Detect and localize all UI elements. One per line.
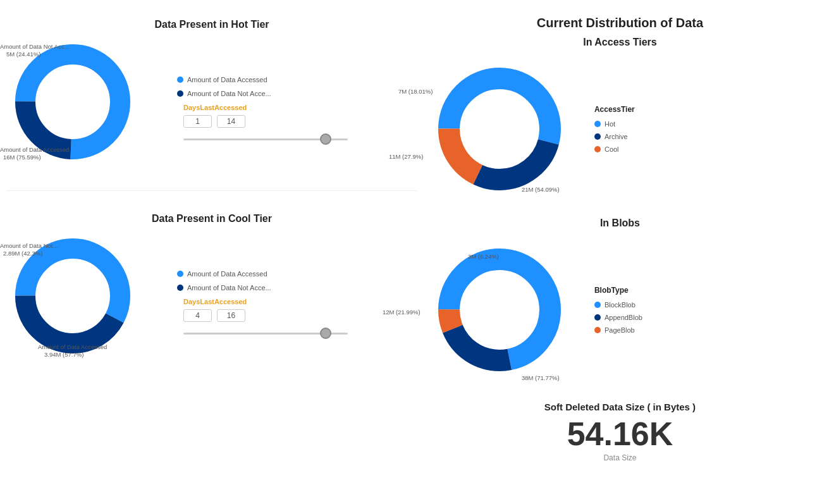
blobs-legend-title: BlobType [594,286,642,295]
access-tiers-text-hot: Hot [605,120,615,128]
hot-tier-row: Amount of Data Not Acc...5M (24.41%) Amo… [6,35,417,175]
hot-tier-slider-max[interactable]: 14 [217,115,245,128]
soft-deleted-title: Soft Deleted Data Size ( in Bytes ) [430,402,810,412]
blobs-text-appendblob: AppendBlob [605,314,642,321]
soft-deleted-value: 54.16K [430,417,810,450]
access-tiers-legend-title: AccessTier [594,105,635,114]
cool-tier-slider-track [183,333,348,335]
cool-tier-title: Data Present in Cool Tier [6,213,417,224]
hot-tier-section: Data Present in Hot Tier [6,13,417,181]
hot-tier-legend: Amount of Data Accessed Amount of Data N… [177,76,348,97]
left-divider [6,190,417,191]
main-container: Data Present in Hot Tier [0,0,829,504]
access-tiers-label-archive: 11M (27.9%) [389,153,423,160]
access-tiers-dot-archive [594,133,601,140]
cool-legend-dot-notaccessed [177,285,183,291]
blobs-text-blockblob: BlockBlob [605,301,636,309]
blobs-donut-wrapper: 3M (6.24%) 12M (21.99%) 38M (71.77%) [424,234,588,386]
cool-legend-dot-accessed [177,271,183,277]
blobs-title: In Blobs [424,218,816,229]
hot-tier-slider-section: DaysLastAccessed 1 14 [183,104,348,147]
blobs-label-appendblob: 12M (21.99%) [383,309,421,316]
hot-legend-dot-notaccessed [177,90,183,97]
access-tiers-donut [424,53,575,205]
access-tiers-text-archive: Archive [605,133,628,140]
hot-tier-slider-track [183,138,348,140]
blobs-label-blockblob: 38M (71.77%) [522,374,560,381]
cool-tier-legend: Amount of Data Accessed Amount of Data N… [177,270,348,292]
hot-tier-label-accessed: Amount of Data Accessed16M (75.59%) [0,146,69,162]
cool-legend-text-accessed: Amount of Data Accessed [187,270,267,278]
hot-tier-slider-inputs: 1 14 [183,115,348,128]
access-tiers-legend-hot: Hot [594,120,635,128]
blobs-row: 3M (6.24%) 12M (21.99%) 38M (71.77%) Blo… [424,234,816,386]
cool-tier-slider-min[interactable]: 4 [183,309,212,322]
blobs-section: In Blobs 3M (6.24%) 12M (21.99%) 38M (71… [417,214,823,389]
cool-tier-slider-thumb[interactable] [320,328,331,339]
hot-legend-text-accessed: Amount of Data Accessed [187,76,267,83]
blobs-dot-appendblob [594,314,601,321]
hot-tier-legend-accessed: Amount of Data Accessed [177,76,348,83]
cool-tier-label-accessed: Amount of Data Accessed3.94M (57.7%) [38,343,107,359]
access-tiers-dot-cool [594,146,601,152]
cool-tier-slider-label: DaysLastAccessed [183,298,348,305]
soft-deleted-sub: Data Size [430,453,810,462]
blobs-dot-blockblob [594,302,601,308]
hot-tier-slider-track-wrapper[interactable] [183,132,348,147]
cool-tier-section: Data Present in Cool Tier Amount of Data… [6,207,417,375]
left-panel: Data Present in Hot Tier [6,13,417,491]
blobs-donut [424,234,575,386]
access-tiers-dot-hot [594,121,601,127]
right-main-title: Current Distribution of Data [417,16,823,30]
blobs-text-pageblob: PageBlob [605,326,635,334]
access-tiers-legend-cool: Cool [594,145,635,153]
blobs-legend: BlobType BlockBlob AppendBlob PageBlob [594,286,642,334]
access-tiers-legend: AccessTier Hot Archive Cool [594,105,635,153]
cool-tier-legend-notaccessed: Amount of Data Not Acce... [177,284,348,292]
cool-tier-donut-wrapper: Amount of Data Not...2.89M (42.3%) Amoun… [6,230,145,369]
hot-tier-right: Amount of Data Accessed Amount of Data N… [164,76,348,147]
access-tiers-label-cool: 7M (18.01%) [398,88,433,95]
hot-tier-legend-notaccessed: Amount of Data Not Acce... [177,90,348,97]
hot-tier-title: Data Present in Hot Tier [6,19,417,30]
access-tiers-row: 7M (18.01%) 11M (27.9%) 21M (54.09%) Acc… [424,53,816,205]
cool-tier-slider-track-wrapper[interactable] [183,326,348,341]
hot-tier-donut-wrapper: Amount of Data Not Acc...5M (24.41%) Amo… [6,35,145,175]
hot-legend-dot-accessed [177,77,183,83]
blobs-label-pageblob: 3M (6.24%) [468,253,499,260]
cool-tier-legend-accessed: Amount of Data Accessed [177,270,348,278]
hot-tier-slider-min[interactable]: 1 [183,115,212,128]
hot-tier-label-notaccessed: Amount of Data Not Acc...5M (24.41%) [0,43,69,59]
hot-tier-slider-label: DaysLastAccessed [183,104,348,111]
access-tiers-label-hot: 21M (54.09%) [522,186,560,193]
access-tiers-title: In Access Tiers [424,37,816,48]
cool-tier-slider-inputs: 4 16 [183,309,348,322]
cool-tier-right: Amount of Data Accessed Amount of Data N… [164,270,348,341]
access-tiers-legend-archive: Archive [594,133,635,140]
right-panel: Current Distribution of Data In Access T… [417,13,823,491]
blobs-legend-pageblob: PageBlob [594,326,642,334]
cool-tier-label-notaccessed: Amount of Data Not...2.89M (42.3%) [0,242,58,258]
access-tiers-text-cool: Cool [605,145,619,153]
hot-legend-text-notaccessed: Amount of Data Not Acce... [187,90,271,97]
access-tiers-section: In Access Tiers 7M (18.01%) 11M (27.9%) … [417,34,823,208]
blobs-dot-pageblob [594,327,601,333]
cool-tier-row: Amount of Data Not...2.89M (42.3%) Amoun… [6,230,417,369]
soft-deleted-section: Soft Deleted Data Size ( in Bytes ) 54.1… [417,389,823,475]
cool-legend-text-notaccessed: Amount of Data Not Acce... [187,284,271,292]
cool-tier-slider-section: DaysLastAccessed 4 16 [183,298,348,341]
access-tiers-donut-wrapper: 7M (18.01%) 11M (27.9%) 21M (54.09%) [424,53,588,205]
blobs-legend-blockblob: BlockBlob [594,301,642,309]
cool-tier-slider-max[interactable]: 16 [217,309,245,322]
hot-tier-slider-thumb[interactable] [320,133,331,145]
blobs-legend-appendblob: AppendBlob [594,314,642,321]
